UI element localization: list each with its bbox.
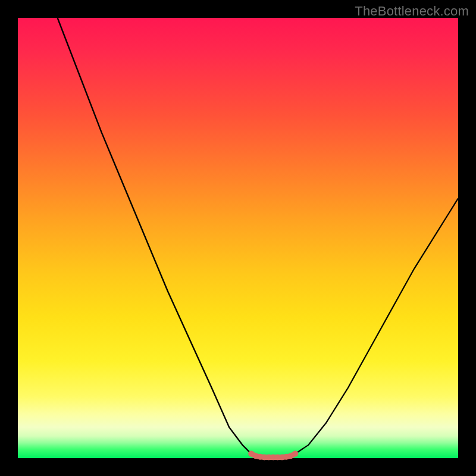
curve-left-branch [58,18,252,454]
curve-right-branch [295,198,458,453]
watermark-text: TheBottleneck.com [355,4,469,19]
valley-marker-dot [292,451,298,457]
chart-plot-area [18,18,458,458]
chart-curve-svg [18,18,458,458]
valley-marker-group [248,451,298,461]
chart-frame: TheBottleneck.com [0,0,476,476]
